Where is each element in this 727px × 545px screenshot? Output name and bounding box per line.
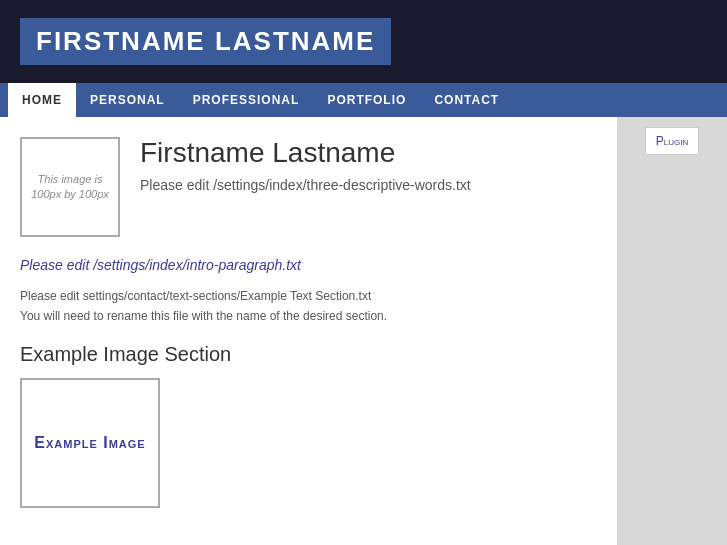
sidebar: Plugin: [617, 117, 727, 545]
text-section-line1: Please edit settings/contact/text-sectio…: [20, 289, 597, 303]
intro-paragraph: Please edit /settings/index/intro-paragr…: [20, 257, 597, 273]
profile-image-placeholder: This image is 100px by 100px: [20, 137, 120, 237]
nav-item-contact[interactable]: CONTACT: [420, 83, 513, 117]
site-title: FIRSTNAME LASTNAME: [20, 18, 391, 65]
example-image-heading: Example Image Section: [20, 343, 597, 366]
nav-item-portfolio[interactable]: PORTFOLIO: [313, 83, 420, 117]
example-image-section: Example Image Section Example Image: [20, 343, 597, 508]
header: FIRSTNAME LASTNAME: [0, 0, 727, 83]
example-image-label: Example Image: [34, 432, 145, 454]
nav-item-home[interactable]: HOME: [8, 83, 76, 117]
plugin-box[interactable]: Plugin: [645, 127, 699, 155]
example-image-box: Example Image: [20, 378, 160, 508]
content-wrapper: This image is 100px by 100px Firstname L…: [0, 117, 727, 545]
nav-item-personal[interactable]: PERSONAL: [76, 83, 179, 117]
text-section-line2: You will need to rename this file with t…: [20, 309, 597, 323]
profile-name: Firstname Lastname: [140, 137, 471, 169]
profile-section: This image is 100px by 100px Firstname L…: [20, 137, 597, 237]
profile-descriptor: Please edit /settings/index/three-descri…: [140, 177, 471, 193]
navigation: HOME PERSONAL PROFESSIONAL PORTFOLIO CON…: [0, 83, 727, 117]
nav-item-professional[interactable]: PROFESSIONAL: [179, 83, 314, 117]
profile-text: Firstname Lastname Please edit /settings…: [140, 137, 471, 193]
main-content: This image is 100px by 100px Firstname L…: [0, 117, 617, 545]
